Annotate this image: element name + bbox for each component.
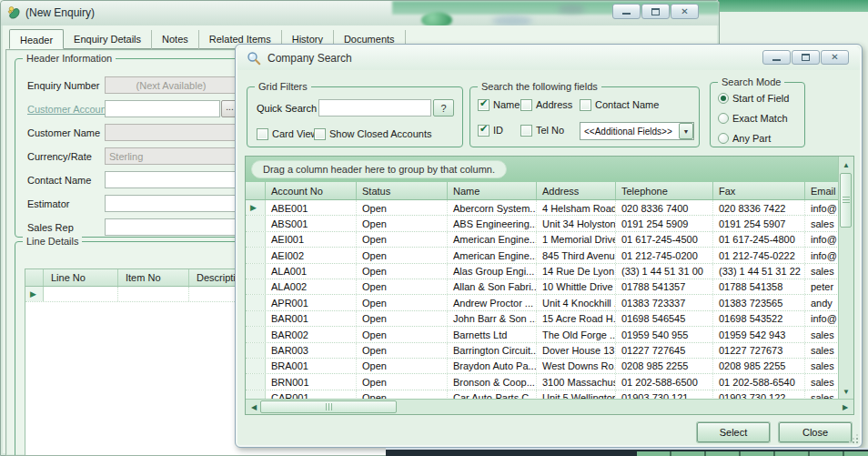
cell: 01 212-745-0222 — [713, 248, 805, 262]
group-title: Header Information — [23, 53, 116, 64]
dialog-titlebar[interactable]: Company Search ✕ — [237, 46, 860, 70]
column-header-address[interactable]: Address — [537, 182, 616, 199]
current-row-arrow-icon: ▶ — [246, 200, 266, 215]
column-header-status[interactable]: Status — [357, 182, 448, 199]
checkbox-box — [257, 128, 268, 140]
cell: Open — [357, 311, 448, 326]
cell: Open — [357, 264, 448, 279]
cell: Unit 34 Holyston... — [537, 216, 616, 230]
table-row[interactable]: BAR001OpenJohn Barr & Son ...15 Acre Roa… — [246, 311, 853, 327]
table-row[interactable]: AEI002OpenAmerican Engine...845 Third Av… — [246, 248, 853, 263]
checkbox-label: Card View — [272, 128, 318, 139]
tab-enquiry-details[interactable]: Enquiry Details — [64, 30, 152, 49]
radio-dot — [718, 133, 729, 144]
horizontal-scrollbar[interactable]: ◀ ▶ — [246, 399, 853, 414]
minimize-button[interactable] — [762, 50, 791, 65]
checkbox-label: Show Closed Accounts — [329, 128, 432, 139]
scroll-down-icon[interactable]: ▼ — [839, 384, 853, 398]
table-row[interactable]: AEI001OpenAmerican Engine...1 Memorial D… — [246, 232, 853, 248]
scroll-left-icon[interactable]: ◀ — [247, 400, 260, 414]
group-by-band[interactable]: Drag a column header here to group by th… — [246, 157, 853, 182]
column-header-account-no[interactable]: Account No — [266, 182, 357, 199]
dropdown-value: <<Additional Fields>> — [580, 123, 679, 139]
scroll-up-icon[interactable]: ▲ — [839, 157, 853, 171]
scroll-right-icon[interactable]: ▶ — [839, 400, 852, 414]
checkbox-box — [580, 99, 591, 111]
column-header-fax[interactable]: Fax — [713, 182, 805, 199]
checkbox-box — [520, 99, 532, 111]
minimize-icon — [772, 58, 781, 61]
cell: Barrington Circuit... — [448, 343, 537, 358]
show-closed-accounts-checkbox[interactable]: Show Closed Accounts — [314, 127, 432, 140]
additional-fields-dropdown[interactable]: <<Additional Fields>> ▼ — [580, 122, 694, 140]
estimator-field[interactable] — [105, 195, 237, 212]
card-view-checkbox[interactable]: Card View — [257, 127, 318, 140]
check-icon: ✔ — [479, 123, 488, 135]
minimize-button[interactable] — [612, 4, 641, 19]
table-row[interactable]: CAR001OpenCar Auto-Parts C...Unit 5 Well… — [246, 390, 853, 399]
horizontal-scrollbar-thumb[interactable] — [260, 400, 397, 413]
cell: ABS Engineering... — [448, 216, 537, 230]
tel-no-checkbox[interactable]: Tel No — [520, 124, 564, 137]
table-row[interactable]: BRN001OpenBronson & Coop...3100 Massachu… — [246, 374, 853, 390]
id-checkbox[interactable]: ✔ ID — [478, 124, 503, 137]
cell: 01903 730 122 — [713, 390, 805, 399]
table-row[interactable]: BAR002OpenBarnetts LtdThe Old Forge ...0… — [246, 327, 853, 342]
quick-search-input[interactable] — [318, 99, 431, 117]
enquiry-titlebar[interactable]: (New Enquiry) ✕ — [1, 1, 719, 25]
customer-account-id-field[interactable] — [105, 100, 220, 117]
contact-name-field[interactable] — [105, 171, 237, 188]
sales-rep-field[interactable] — [105, 218, 237, 236]
vertical-scrollbar[interactable]: ▲ ▼ — [838, 157, 853, 399]
table-row[interactable]: ABS001OpenABS Engineering...Unit 34 Holy… — [246, 216, 853, 231]
row-selector — [246, 343, 266, 358]
select-button[interactable]: Select — [697, 422, 770, 442]
cell: 15 Acre Road H... — [537, 311, 616, 326]
cell: 01 617-245-4800 — [713, 232, 805, 247]
cell: Braydon Auto Pa... — [448, 359, 537, 373]
tab-header[interactable]: Header — [9, 29, 64, 49]
cell: Barnetts Ltd — [448, 327, 537, 341]
maximize-button[interactable] — [641, 4, 670, 19]
row-selector — [246, 359, 266, 373]
maximize-icon — [802, 54, 810, 61]
close-button[interactable]: ✕ — [821, 50, 849, 65]
cell: AEI001 — [266, 232, 357, 247]
close-button[interactable]: ✕ — [671, 4, 699, 19]
cell: 14 Rue De Lyon ... — [537, 264, 616, 279]
tab-notes[interactable]: Notes — [152, 30, 199, 49]
address-checkbox[interactable]: Address — [520, 98, 572, 111]
table-row[interactable]: ALA002OpenAllan & Son Fabri...10 Whittle… — [246, 279, 853, 295]
any-part-radio[interactable]: Any Part — [718, 132, 771, 145]
cell: 01698 546545 — [616, 311, 713, 326]
background-toolbar-blob — [558, 5, 585, 14]
table-row[interactable]: BRA001OpenBraydon Auto Pa...West Downs R… — [246, 359, 853, 374]
cell: 3100 Massachus... — [537, 374, 616, 389]
close-button[interactable]: Close — [779, 422, 852, 442]
cell: BAR003 — [266, 343, 357, 358]
start-of-field-radio[interactable]: Start of Field — [718, 92, 789, 105]
row-selector — [246, 295, 266, 309]
vertical-scrollbar-thumb[interactable] — [840, 173, 852, 228]
quick-search-help-button[interactable]: ? — [433, 99, 454, 117]
maximize-button[interactable] — [792, 50, 820, 65]
contact-name-checkbox[interactable]: Contact Name — [580, 98, 659, 111]
cell: Andrew Proctor ... — [448, 295, 537, 309]
cell: Open — [357, 232, 448, 247]
cell: 01227 727645 — [616, 343, 713, 358]
table-row[interactable]: BAR003OpenBarrington Circuit...Dover Hou… — [246, 343, 853, 359]
cell: Abercorn System... — [448, 200, 537, 215]
resize-grip[interactable] — [856, 441, 858, 443]
table-row[interactable]: ALA001OpenAlas Group Engi...14 Rue De Ly… — [246, 264, 853, 279]
table-row[interactable]: ▶ABE001OpenAbercorn System...4 Helsham R… — [246, 200, 853, 216]
column-header-telephone[interactable]: Telephone — [616, 182, 713, 199]
table-row[interactable]: APR001OpenAndrew Proctor ...Unit 4 Knock… — [246, 295, 853, 310]
cell: 0208 985 2255 — [713, 359, 805, 373]
column-header-item-no[interactable]: Item No — [118, 269, 189, 286]
dropdown-button[interactable]: ▼ — [679, 123, 693, 139]
column-header-line-no[interactable]: Line No — [44, 269, 118, 286]
exact-match-radio[interactable]: Exact Match — [718, 112, 788, 125]
name-checkbox[interactable]: ✔ Name — [478, 98, 520, 111]
cell: CAR001 — [266, 390, 357, 399]
column-header-name[interactable]: Name — [448, 182, 537, 199]
